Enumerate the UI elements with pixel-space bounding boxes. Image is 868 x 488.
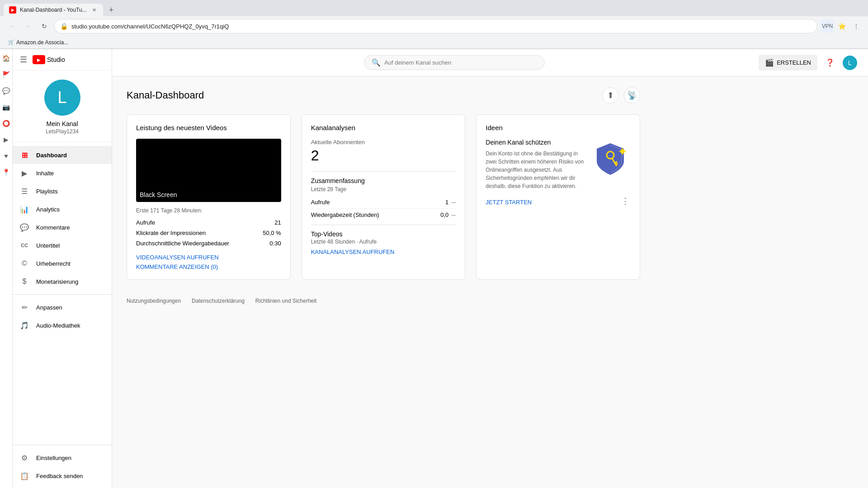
nav-label-urheberrecht: Urheberrecht — [36, 260, 71, 267]
icon-sidebar-circle[interactable]: ⭕ — [1, 118, 12, 129]
audio-icon: 🎵 — [20, 321, 29, 330]
bookmark-label: Amazon.de Associa... — [16, 39, 68, 46]
help-button[interactable]: ❓ — [823, 56, 837, 70]
icon-sidebar-instagram[interactable]: 📷 — [1, 102, 12, 113]
footer-nutzungsbedingungen[interactable]: Nutzungsbedingungen — [127, 298, 181, 304]
summary-section: Zusammenfassung Letzte 28 Tage Aufrufe 1… — [311, 171, 456, 221]
hamburger-menu[interactable]: ☰ — [20, 55, 27, 65]
nav-label-anpassen: Anpassen — [36, 304, 62, 311]
address-bar[interactable]: 🔒 studio.youtube.com/channel/UCocN6zQPHQ… — [54, 19, 817, 33]
ideas-card: Ideen Deinen Kanal schützen Dein Konto i… — [476, 114, 640, 280]
search-input[interactable] — [384, 59, 537, 66]
monetarisierung-icon: $ — [20, 277, 29, 286]
nav-item-einstellungen[interactable]: ⚙ Einstellungen — [13, 449, 112, 467]
nav-label-feedback: Feedback senden — [36, 473, 83, 479]
tab-favicon: ▶ — [9, 6, 16, 14]
create-button[interactable]: 🎬 ERSTELLEN — [759, 55, 817, 70]
extensions-button[interactable]: VPN — [821, 20, 834, 33]
tab-close-button[interactable]: ✕ — [90, 6, 98, 14]
channel-avatar[interactable]: L — [44, 80, 80, 116]
icon-sidebar-play[interactable]: ▶ — [1, 134, 12, 145]
subscribers-count: 2 — [311, 147, 456, 164]
nav-label-inhalte: Inhalte — [36, 170, 54, 177]
topbar-actions: 🎬 ERSTELLEN ❓ L — [759, 55, 857, 70]
stat-value-klickrate: 50,0 % — [263, 230, 281, 236]
sidebar-bottom: ⚙ Einstellungen 📋 Feedback senden — [13, 445, 112, 488]
active-tab[interactable]: ▶ Kanal-Dashboard - YouTu... ✕ — [4, 4, 103, 16]
back-button[interactable]: ← — [5, 20, 18, 33]
nav-item-feedback[interactable]: 📋 Feedback senden — [13, 467, 112, 485]
nav-label-monetarisierung: Monetarisierung — [36, 278, 78, 285]
new-tab-button[interactable]: + — [105, 4, 118, 16]
icon-sidebar: 🏠 🚩 💬 📷 ⭕ ▶ ♥ 📍 — [0, 49, 13, 488]
footer-datenschutz[interactable]: Datenschutzerklärung — [192, 298, 245, 304]
jetzt-starten-link[interactable]: JETZT STARTEN — [486, 199, 532, 206]
nav-item-dashboard[interactable]: ⊞ Dashboard — [13, 146, 112, 164]
channel-name: Mein Kanal — [46, 120, 78, 127]
footer-richtlinien[interactable]: Richtlinien und Sicherheit — [255, 298, 316, 304]
nav-item-untertitel[interactable]: CC Untertitel — [13, 236, 112, 254]
summary-row-wiedergabe: Wiedergabezeit (Stunden) 0,0 — — [311, 209, 456, 221]
nav-item-playlists[interactable]: ☰ Playlists — [13, 182, 112, 200]
forward-button[interactable]: → — [22, 20, 34, 33]
summary-title: Zusammenfassung — [311, 177, 456, 184]
nav-item-monetarisierung[interactable]: $ Monetarisierung — [13, 272, 112, 291]
top-videos-period: Letzte 48 Stunden · Aufrufe — [311, 239, 456, 245]
live-button[interactable]: 📡 — [624, 87, 640, 103]
kanalanalysen-link[interactable]: KANALANALYSEN AUFRUFEN — [311, 249, 456, 255]
top-videos-title: Top-Videos — [311, 230, 456, 238]
icon-sidebar-flag[interactable]: 🚩 — [1, 69, 12, 80]
summary-row-aufrufe: Aufrufe 1 — — [311, 196, 456, 209]
nav-item-inhalte[interactable]: ▶ Inhalte — [13, 164, 112, 182]
user-avatar[interactable]: L — [843, 56, 857, 70]
toolbar-actions: VPN ⭐ ⋮ — [821, 20, 863, 33]
stat-value-aufrufe: 21 — [274, 219, 281, 226]
ideas-protect-title: Deinen Kanal schützen — [486, 139, 585, 146]
browser-chrome: ▶ Kanal-Dashboard - YouTu... ✕ + ← → ↻ 🔒… — [0, 0, 868, 49]
nav-item-urheberrecht[interactable]: © Urheberrecht — [13, 254, 112, 272]
browser-menu-button[interactable]: ⋮ — [850, 20, 863, 33]
analytics-card: Kanalanalysen Aktuelle Abonnenten 2 Zusa… — [302, 114, 466, 280]
stat-row-aufrufe: Aufrufe 21 — [136, 217, 281, 228]
ideas-more-button[interactable]: ⋮ — [620, 196, 631, 206]
analytics-card-title: Kanalanalysen — [311, 124, 456, 131]
bookmark-item[interactable]: 🛒 Amazon.de Associa... — [5, 38, 71, 47]
stat-row-klickrate: Klickrate der Impressionen 50,0 % — [136, 228, 281, 238]
video-analytics-link[interactable]: VIDEOANALYSEN AUFRUFEN — [136, 254, 281, 261]
arrow-icon-wiedergabe: — — [451, 212, 456, 217]
upload-button[interactable]: ⬆ — [602, 87, 618, 103]
browser-toolbar: ← → ↻ 🔒 studio.youtube.com/channel/UCocN… — [0, 16, 868, 36]
ideas-text-section: Deinen Kanal schützen Dein Konto ist ohn… — [486, 139, 585, 196]
studio-label: Studio — [47, 56, 65, 63]
search-box[interactable]: 🔍 — [364, 55, 545, 70]
stat-label-aufrufe: Aufrufe — [136, 219, 155, 226]
nav-item-audio-mediathek[interactable]: 🎵 Audio-Mediathek — [13, 316, 112, 334]
nav-item-kommentare[interactable]: 💬 Kommentare — [13, 218, 112, 236]
icon-sidebar-home[interactable]: 🏠 — [1, 53, 12, 64]
bookmark-button[interactable]: ⭐ — [835, 20, 848, 33]
nav-label-audio: Audio-Mediathek — [36, 322, 80, 329]
summary-label-wiedergabe: Wiedergabezeit (Stunden) — [311, 211, 379, 218]
nav-item-analytics[interactable]: 📊 Analytics — [13, 200, 112, 218]
comments-link[interactable]: KOMMENTARE ANZEIGEN (0) — [136, 263, 281, 270]
nav-item-anpassen[interactable]: ✏ Anpassen — [13, 298, 112, 316]
icon-sidebar-heart[interactable]: ♥ — [1, 150, 12, 161]
top-bar: 🔍 🎬 ERSTELLEN ❓ L — [112, 49, 868, 76]
stat-value-wiedergabe: 0:30 — [269, 240, 281, 247]
icon-sidebar-location[interactable]: 📍 — [1, 167, 12, 178]
ideas-actions: JETZT STARTEN ⋮ — [486, 196, 631, 206]
page-header: Kanal-Dashboard ⬆ 📡 — [127, 87, 640, 103]
subscribers-label: Aktuelle Abonnenten — [311, 139, 456, 145]
reload-button[interactable]: ↻ — [38, 20, 51, 33]
video-thumbnail[interactable]: Black Screen — [136, 139, 281, 202]
stats-period: Erste 171 Tage 28 Minuten: — [136, 207, 281, 214]
ideas-card-title: Ideen — [486, 124, 631, 131]
nav-items: ⊞ Dashboard ▶ Inhalte ☰ Playlists 📊 Anal… — [13, 142, 112, 294]
sidebar-secondary-nav: ✏ Anpassen 🎵 Audio-Mediathek — [13, 294, 112, 338]
youtube-logo — [33, 55, 45, 64]
summary-value-wiedergabe: 0,0 — — [440, 211, 456, 218]
page-header-actions: ⬆ 📡 — [602, 87, 640, 103]
analytics-icon: 📊 — [20, 205, 29, 214]
shield-illustration — [590, 139, 631, 179]
icon-sidebar-chat[interactable]: 💬 — [1, 85, 12, 96]
